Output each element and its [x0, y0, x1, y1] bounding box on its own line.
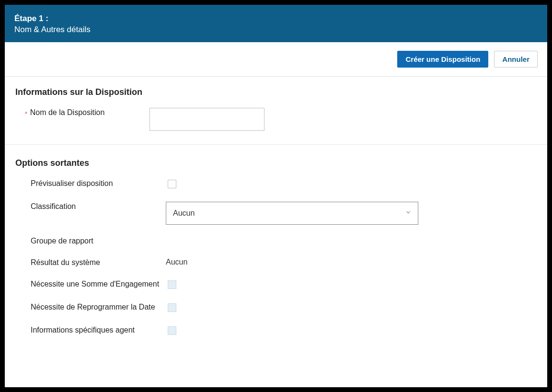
divider	[5, 144, 547, 145]
step-label: Étape 1 :	[14, 13, 538, 24]
create-disposition-button[interactable]: Créer une Disposition	[397, 51, 488, 68]
report-group-label: Groupe de rapport	[31, 236, 93, 246]
step-subtitle: Nom & Autres détails	[14, 25, 538, 35]
row-classification: Classification Aucun	[15, 202, 537, 225]
reschedule-label: Nécessite de Reprogrammer la Date	[31, 302, 155, 312]
label-col: Groupe de rapport	[15, 236, 166, 246]
input-col	[166, 179, 537, 190]
section-title-outgoing-options: Options sortantes	[15, 158, 537, 168]
toolbar: Créer une Disposition Annuler	[5, 42, 547, 77]
reschedule-checkbox[interactable]	[168, 303, 176, 312]
commitment-label: Nécessite une Somme d'Engagement	[31, 279, 159, 289]
label-col: Nécessite de Reprogrammer la Date	[15, 302, 166, 312]
label-col: * Nom de la Disposition	[15, 108, 150, 118]
label-col: Classification	[15, 202, 166, 212]
classification-value: Aucun	[173, 209, 195, 218]
row-preview: Prévisualiser disposition	[15, 179, 537, 190]
required-indicator: *	[25, 111, 27, 117]
input-col	[166, 279, 537, 291]
system-result-label: Résultat du système	[31, 258, 100, 268]
row-system-result: Résultat du système Aucun	[15, 258, 537, 268]
section-title-disposition-info: Informations sur la Disposition	[15, 87, 537, 97]
label-col: Prévisualiser disposition	[15, 179, 166, 189]
content-area: Informations sur la Disposition * Nom de…	[5, 77, 547, 387]
input-col	[166, 302, 537, 314]
cancel-button[interactable]: Annuler	[494, 51, 538, 68]
row-report-group: Groupe de rapport	[15, 236, 537, 246]
input-col	[166, 325, 537, 337]
system-result-value: Aucun	[166, 258, 187, 266]
classification-select[interactable]: Aucun	[166, 202, 418, 225]
disposition-name-label: Nom de la Disposition	[30, 108, 105, 118]
input-col: Aucun	[166, 202, 537, 225]
classification-label: Classification	[31, 202, 76, 212]
row-agent-info: Informations spécifiques agent	[15, 325, 537, 337]
dialog-container: Étape 1 : Nom & Autres détails Créer une…	[5, 5, 547, 387]
row-disposition-name: * Nom de la Disposition	[15, 108, 537, 131]
label-col: Résultat du système	[15, 258, 166, 268]
input-col	[150, 108, 537, 131]
dialog-header: Étape 1 : Nom & Autres détails	[5, 5, 547, 42]
label-col: Nécessite une Somme d'Engagement	[15, 279, 166, 289]
preview-label: Prévisualiser disposition	[31, 179, 113, 189]
row-commitment: Nécessite une Somme d'Engagement	[15, 279, 537, 291]
disposition-name-input[interactable]	[150, 108, 264, 131]
row-reschedule: Nécessite de Reprogrammer la Date	[15, 302, 537, 314]
label-col: Informations spécifiques agent	[15, 325, 166, 335]
input-col: Aucun	[166, 258, 537, 266]
commitment-checkbox[interactable]	[168, 280, 176, 289]
preview-checkbox[interactable]	[168, 180, 176, 188]
agent-info-checkbox[interactable]	[168, 326, 176, 335]
agent-info-label: Informations spécifiques agent	[31, 325, 135, 335]
classification-select-wrap: Aucun	[166, 202, 418, 225]
